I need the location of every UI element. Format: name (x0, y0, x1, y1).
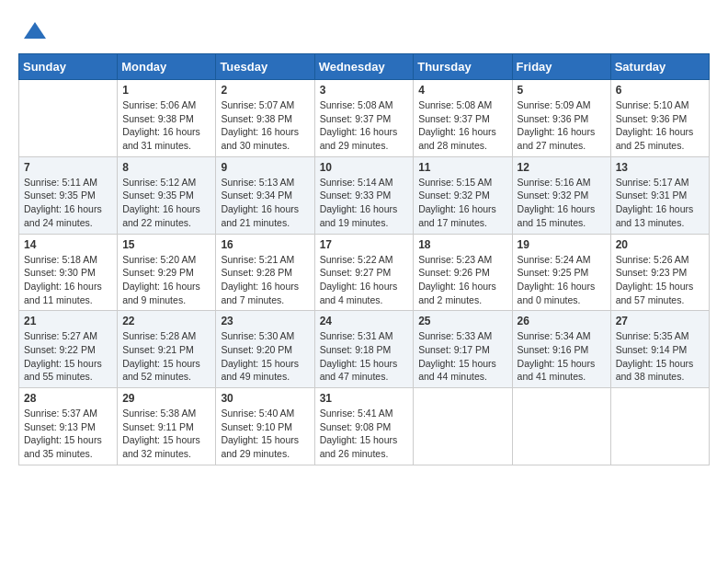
cell-content: Sunrise: 5:31 AMSunset: 9:18 PMDaylight:… (320, 329, 409, 384)
calendar-cell: 11Sunrise: 5:15 AMSunset: 9:32 PMDayligh… (414, 156, 512, 234)
cell-content: Sunrise: 5:11 AMSunset: 9:35 PMDaylight:… (24, 176, 112, 230)
day-number: 2 (221, 84, 309, 97)
cell-content: Sunrise: 5:15 AMSunset: 9:32 PMDaylight:… (418, 176, 506, 230)
day-number: 15 (122, 238, 210, 251)
calendar-table: SundayMondayTuesdayWednesdayThursdayFrid… (18, 53, 710, 465)
calendar-cell: 27Sunrise: 5:35 AMSunset: 9:14 PMDayligh… (610, 311, 709, 388)
cell-content: Sunrise: 5:22 AMSunset: 9:27 PMDaylight:… (320, 253, 409, 307)
cell-content: Sunrise: 5:28 AMSunset: 9:21 PMDaylight:… (122, 329, 210, 384)
calendar-cell: 18Sunrise: 5:23 AMSunset: 9:26 PMDayligh… (414, 234, 512, 311)
day-number: 14 (24, 238, 112, 251)
cell-content: Sunrise: 5:12 AMSunset: 9:35 PMDaylight:… (122, 176, 210, 230)
day-number: 23 (221, 315, 309, 327)
calendar-cell: 15Sunrise: 5:20 AMSunset: 9:29 PMDayligh… (118, 234, 216, 311)
day-number: 24 (320, 315, 409, 327)
day-number: 4 (418, 84, 506, 97)
cell-content: Sunrise: 5:35 AMSunset: 9:14 PMDaylight:… (616, 329, 704, 384)
day-number: 21 (24, 315, 112, 327)
calendar-cell: 2Sunrise: 5:07 AMSunset: 9:38 PMDaylight… (216, 80, 314, 157)
day-number: 31 (320, 392, 409, 405)
day-number: 10 (320, 161, 409, 174)
calendar-cell: 20Sunrise: 5:26 AMSunset: 9:23 PMDayligh… (610, 234, 709, 311)
day-number: 18 (418, 238, 506, 251)
day-number: 5 (518, 84, 606, 97)
calendar-cell: 19Sunrise: 5:24 AMSunset: 9:25 PMDayligh… (512, 234, 610, 311)
cell-content: Sunrise: 5:26 AMSunset: 9:23 PMDaylight:… (616, 253, 704, 307)
calendar-cell (512, 388, 610, 465)
logo-icon (22, 18, 48, 44)
cell-content: Sunrise: 5:24 AMSunset: 9:25 PMDaylight:… (518, 253, 606, 307)
day-number: 13 (616, 161, 704, 174)
cell-content: Sunrise: 5:41 AMSunset: 9:08 PMDaylight:… (320, 407, 409, 461)
cell-content: Sunrise: 5:18 AMSunset: 9:30 PMDaylight:… (24, 253, 112, 307)
day-number: 26 (518, 315, 606, 327)
cell-content: Sunrise: 5:16 AMSunset: 9:32 PMDaylight:… (518, 176, 606, 230)
calendar-week-row: 14Sunrise: 5:18 AMSunset: 9:30 PMDayligh… (19, 234, 710, 311)
calendar-cell: 1Sunrise: 5:06 AMSunset: 9:38 PMDaylight… (118, 80, 216, 157)
calendar-cell (414, 388, 512, 465)
page-header (18, 18, 710, 44)
calendar-cell: 26Sunrise: 5:34 AMSunset: 9:16 PMDayligh… (512, 311, 610, 388)
calendar-cell: 16Sunrise: 5:21 AMSunset: 9:28 PMDayligh… (216, 234, 314, 311)
cell-content: Sunrise: 5:07 AMSunset: 9:38 PMDaylight:… (221, 98, 309, 153)
header-day: Wednesday (314, 54, 414, 80)
day-number: 9 (221, 161, 309, 174)
day-number: 17 (320, 238, 409, 251)
header-day: Thursday (414, 54, 512, 80)
cell-content: Sunrise: 5:27 AMSunset: 9:22 PMDaylight:… (24, 329, 112, 384)
calendar-week-row: 1Sunrise: 5:06 AMSunset: 9:38 PMDaylight… (19, 80, 710, 157)
calendar-cell: 3Sunrise: 5:08 AMSunset: 9:37 PMDaylight… (314, 80, 414, 157)
header-day: Saturday (610, 54, 709, 80)
calendar-cell (610, 388, 709, 465)
cell-content: Sunrise: 5:30 AMSunset: 9:20 PMDaylight:… (221, 329, 309, 384)
calendar-cell: 21Sunrise: 5:27 AMSunset: 9:22 PMDayligh… (19, 311, 118, 388)
day-number: 11 (418, 161, 506, 174)
header-day: Sunday (19, 54, 118, 80)
day-number: 29 (122, 392, 210, 405)
day-number: 27 (616, 315, 704, 327)
cell-content: Sunrise: 5:08 AMSunset: 9:37 PMDaylight:… (418, 98, 506, 153)
calendar-week-row: 28Sunrise: 5:37 AMSunset: 9:13 PMDayligh… (19, 388, 710, 465)
day-number: 3 (320, 84, 409, 97)
cell-content: Sunrise: 5:17 AMSunset: 9:31 PMDaylight:… (616, 176, 704, 230)
day-number: 6 (616, 84, 704, 97)
calendar-cell: 10Sunrise: 5:14 AMSunset: 9:33 PMDayligh… (314, 156, 414, 234)
day-number: 25 (418, 315, 506, 327)
day-number: 12 (518, 161, 606, 174)
header-day: Friday (512, 54, 610, 80)
calendar-cell: 24Sunrise: 5:31 AMSunset: 9:18 PMDayligh… (314, 311, 414, 388)
calendar-header: SundayMondayTuesdayWednesdayThursdayFrid… (19, 54, 710, 80)
cell-content: Sunrise: 5:40 AMSunset: 9:10 PMDaylight:… (221, 407, 309, 461)
day-number: 16 (221, 238, 309, 251)
day-number: 20 (616, 238, 704, 251)
calendar-cell: 5Sunrise: 5:09 AMSunset: 9:36 PMDaylight… (512, 80, 610, 157)
day-number: 1 (122, 84, 210, 97)
cell-content: Sunrise: 5:09 AMSunset: 9:36 PMDaylight:… (518, 98, 606, 153)
cell-content: Sunrise: 5:06 AMSunset: 9:38 PMDaylight:… (122, 98, 210, 153)
cell-content: Sunrise: 5:33 AMSunset: 9:17 PMDaylight:… (418, 329, 506, 384)
header-row: SundayMondayTuesdayWednesdayThursdayFrid… (19, 54, 710, 80)
day-number: 8 (122, 161, 210, 174)
calendar-cell: 29Sunrise: 5:38 AMSunset: 9:11 PMDayligh… (118, 388, 216, 465)
cell-content: Sunrise: 5:10 AMSunset: 9:36 PMDaylight:… (616, 98, 704, 153)
day-number: 30 (221, 392, 309, 405)
calendar-week-row: 21Sunrise: 5:27 AMSunset: 9:22 PMDayligh… (19, 311, 710, 388)
cell-content: Sunrise: 5:14 AMSunset: 9:33 PMDaylight:… (320, 176, 409, 230)
cell-content: Sunrise: 5:13 AMSunset: 9:34 PMDaylight:… (221, 176, 309, 230)
calendar-cell: 7Sunrise: 5:11 AMSunset: 9:35 PMDaylight… (19, 156, 118, 234)
calendar-cell: 31Sunrise: 5:41 AMSunset: 9:08 PMDayligh… (314, 388, 414, 465)
calendar-cell: 30Sunrise: 5:40 AMSunset: 9:10 PMDayligh… (216, 388, 314, 465)
cell-content: Sunrise: 5:21 AMSunset: 9:28 PMDaylight:… (221, 253, 309, 307)
calendar-cell: 22Sunrise: 5:28 AMSunset: 9:21 PMDayligh… (118, 311, 216, 388)
calendar-cell: 17Sunrise: 5:22 AMSunset: 9:27 PMDayligh… (314, 234, 414, 311)
calendar-cell: 14Sunrise: 5:18 AMSunset: 9:30 PMDayligh… (19, 234, 118, 311)
calendar-cell (19, 80, 118, 157)
calendar-cell: 6Sunrise: 5:10 AMSunset: 9:36 PMDaylight… (610, 80, 709, 157)
calendar-cell: 9Sunrise: 5:13 AMSunset: 9:34 PMDaylight… (216, 156, 314, 234)
logo (18, 18, 48, 44)
header-day: Tuesday (216, 54, 314, 80)
svg-marker-0 (24, 22, 46, 39)
calendar-body: 1Sunrise: 5:06 AMSunset: 9:38 PMDaylight… (19, 80, 710, 465)
cell-content: Sunrise: 5:23 AMSunset: 9:26 PMDaylight:… (418, 253, 506, 307)
day-number: 19 (518, 238, 606, 251)
